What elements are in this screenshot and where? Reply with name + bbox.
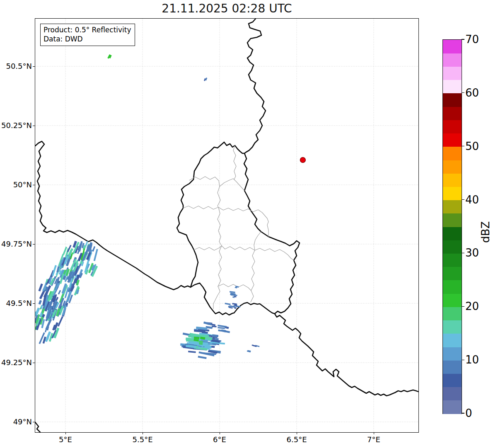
- colorbar-segment: [443, 147, 462, 160]
- radar-site-marker: [300, 157, 305, 163]
- colorbar-segment: [443, 334, 462, 347]
- border-france-germany: [275, 314, 418, 396]
- map-title: 21.11.2025 02:28 UTC: [35, 2, 418, 15]
- colorbar-segment: [443, 66, 462, 80]
- colorbar-label: dBZ: [474, 219, 497, 245]
- canton-line: [218, 284, 251, 291]
- echo-region-moselle-dash-a: [251, 344, 259, 347]
- x-tick-label: 5°E: [47, 435, 84, 444]
- colorbar-segment: [443, 387, 462, 401]
- colorbar-segment: [443, 186, 462, 200]
- echo-streak: [198, 356, 207, 359]
- colorbar-segment: [443, 120, 462, 133]
- colorbar-tick-label: 20: [465, 300, 494, 312]
- colorbar-tick-mark: [462, 413, 464, 413]
- colorbar-tick-mark: [462, 360, 464, 360]
- colorbar-segment: [443, 40, 462, 53]
- product-line: Product: 0.5° Reflectivity: [44, 25, 131, 34]
- data-source-line: Data: DWD: [44, 34, 131, 44]
- echo-region-north-green-dash: [107, 54, 111, 59]
- colorbar-segment: [443, 293, 462, 307]
- radar-map-figure: 21.11.2025 02:28 UTC: [0, 0, 498, 448]
- x-tick-label: 5.5°E: [124, 435, 161, 444]
- echo-streak: [39, 300, 42, 305]
- echo-streak: [218, 327, 225, 329]
- x-tick-mark: [65, 432, 66, 434]
- echo-streak: [45, 328, 47, 332]
- y-tick-label: 49°N: [0, 417, 32, 426]
- y-tick-mark: [33, 303, 35, 304]
- colorbar-segment: [443, 240, 462, 254]
- x-tick-mark: [220, 432, 220, 434]
- colorbar-segment: [443, 93, 462, 107]
- colorbar-segment: [443, 280, 462, 294]
- colorbar-tick-mark: [462, 253, 464, 253]
- x-tick-mark: [143, 432, 143, 434]
- colorbar-tick-label: 50: [465, 140, 494, 153]
- echo-region-lux-south-c: [235, 286, 239, 288]
- x-tick-mark: [374, 432, 374, 434]
- echo-streak: [58, 290, 61, 295]
- colorbar-segment: [443, 133, 462, 147]
- colorbar-segment: [443, 400, 462, 414]
- border-belgium-germany: [244, 19, 266, 153]
- y-tick-mark: [33, 185, 35, 185]
- colorbar-tick-label: 0: [465, 407, 494, 419]
- graticule-gridlines: [35, 19, 418, 432]
- colorbar-segment: [443, 213, 462, 227]
- colorbar-segment: [443, 267, 462, 281]
- colorbar-tick-mark: [462, 146, 464, 146]
- echo-streak: [234, 304, 237, 306]
- y-tick-label: 49.25°N: [0, 358, 32, 367]
- product-info-box: Product: 0.5° Reflectivity Data: DWD: [40, 24, 135, 46]
- map-plot-area: [35, 18, 419, 433]
- colorbar-segment: [443, 320, 462, 334]
- echo-region-lux-south-a: [230, 291, 237, 298]
- echo-streak: [233, 294, 237, 296]
- border-corner-fragment: [35, 422, 40, 432]
- y-tick-mark: [33, 66, 35, 67]
- colorbar-tick-mark: [462, 199, 464, 200]
- y-tick-label: 50.25°N: [0, 121, 32, 130]
- canton-line: [218, 186, 220, 207]
- colorbar-tick-label: 30: [465, 247, 494, 259]
- y-tick-mark: [33, 363, 35, 363]
- canton-line: [254, 232, 261, 250]
- colorbar-segment: [443, 200, 462, 214]
- colorbar-tick-label: 70: [465, 33, 494, 46]
- y-tick-mark: [33, 126, 35, 126]
- y-tick-label: 50°N: [0, 180, 32, 189]
- colorbar-tick-mark: [462, 306, 464, 307]
- colorbar-segment: [443, 80, 462, 94]
- border-luxembourg: [177, 142, 300, 315]
- colorbar-tick-mark: [462, 92, 464, 93]
- map-canvas: [35, 19, 418, 432]
- echo-streak: [230, 291, 235, 293]
- echo-streak: [58, 316, 63, 327]
- colorbar-segment: [443, 53, 462, 67]
- colorbar-segment: [443, 227, 462, 240]
- colorbar-segment: [443, 373, 462, 387]
- echo-region-moselle-dash-b: [247, 350, 251, 353]
- colorbar-segment: [443, 160, 462, 174]
- colorbar-segment: [443, 360, 462, 374]
- colorbar-segment: [443, 173, 462, 187]
- y-tick-label: 49.5°N: [0, 299, 32, 308]
- echo-streak: [203, 322, 212, 325]
- canton-line: [194, 246, 294, 260]
- canton-line: [189, 177, 244, 191]
- country-borders: [35, 19, 418, 432]
- echo-region-north-blue-dash: [204, 77, 207, 81]
- echo-streak: [188, 351, 196, 353]
- colorbar-segment: [443, 107, 462, 120]
- colorbar-tick-label: 40: [465, 194, 494, 206]
- colorbar-segment: [443, 307, 462, 320]
- colorbar-tick-mark: [462, 39, 464, 39]
- echo-streak: [92, 246, 95, 252]
- canton-line: [251, 250, 255, 302]
- echo-streak: [199, 342, 203, 345]
- echo-streak: [38, 283, 43, 291]
- colorbar: [442, 39, 462, 414]
- echo-streak: [225, 303, 231, 305]
- echo-streak: [199, 341, 203, 343]
